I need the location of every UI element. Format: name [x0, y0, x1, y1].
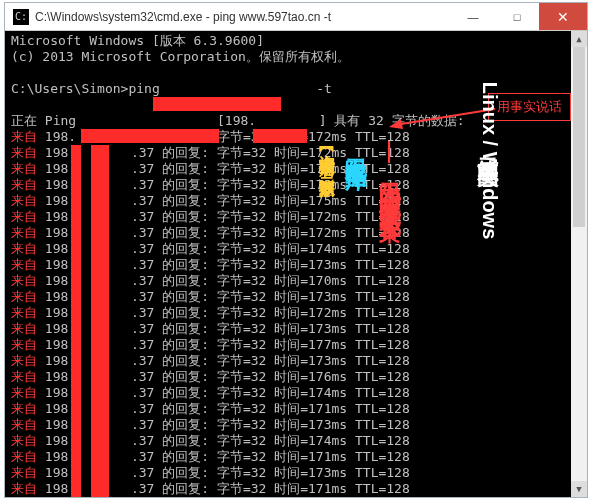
- censor-bar: [81, 129, 219, 143]
- terminal-line: (c) 2013 Microsoft Corporation。保留所有权利。: [11, 49, 581, 65]
- cmd-window: C: C:\Windows\system32\cmd.exe - ping ww…: [4, 2, 588, 498]
- censor-column: [91, 145, 109, 497]
- window-controls: — □ ✕: [451, 3, 587, 30]
- close-button[interactable]: ✕: [539, 3, 587, 30]
- scroll-down-button[interactable]: ▼: [571, 481, 587, 497]
- minimize-button[interactable]: —: [451, 3, 495, 30]
- censor-column: [71, 145, 81, 497]
- terminal-content: Microsoft Windows [版本 6.3.9600](c) 2013 …: [5, 31, 587, 497]
- ad-line-4: 【淘宝搜索店铺：云籁数据】: [316, 141, 337, 497]
- terminal-line: [11, 65, 581, 81]
- terminal-line: Microsoft Windows [版本 6.3.9600]: [11, 33, 581, 49]
- ad-line-3: 无限数据库: [341, 141, 371, 497]
- titlebar[interactable]: C: C:\Windows\system32\cmd.exe - ping ww…: [5, 3, 587, 31]
- scrollbar[interactable]: ▲ ▼: [571, 31, 587, 497]
- maximize-button[interactable]: □: [495, 3, 539, 30]
- ad-line-2: —无限空间 无限流量 免备案—: [375, 141, 405, 497]
- ad-line-1: 云籁美国Linux / Windows: [409, 141, 567, 497]
- censor-bar: [153, 97, 281, 111]
- censor-bar: [253, 129, 307, 143]
- cmd-icon: C:: [13, 9, 29, 25]
- window-title: C:\Windows\system32\cmd.exe - ping www.5…: [35, 10, 451, 24]
- scroll-thumb[interactable]: [573, 47, 585, 227]
- ad-overlay: 云籁美国Linux / Windows —无限空间 无限流量 免备案— 无限数据…: [316, 141, 567, 497]
- scroll-track[interactable]: [571, 47, 587, 481]
- scroll-up-button[interactable]: ▲: [571, 31, 587, 47]
